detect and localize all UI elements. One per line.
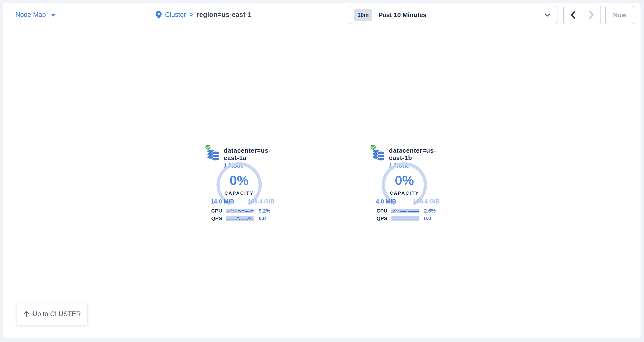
cpu-sparkline bbox=[392, 209, 419, 213]
next-interval-button[interactable] bbox=[582, 6, 600, 24]
view-mode-label: Node Map bbox=[16, 11, 46, 18]
locality-title: datacenter=us-east-1a bbox=[224, 147, 278, 161]
top-bar: Node Map Cluster > region=us-east-1 10m … bbox=[3, 3, 640, 26]
header-divider bbox=[339, 7, 339, 23]
breadcrumb: Cluster > region=us-east-1 bbox=[156, 3, 252, 26]
capacity-used: 4.0 MiB bbox=[376, 198, 396, 205]
now-button[interactable]: Now bbox=[605, 5, 634, 24]
chevron-left-icon bbox=[570, 11, 576, 19]
capacity-percent: 0% bbox=[380, 174, 429, 187]
node-map-canvas: datacenter=us-east-1a 1 Node 0% CAPACITY… bbox=[3, 26, 640, 338]
capacity-used: 14.0 MiB bbox=[210, 198, 234, 205]
qps-value: 0.0 bbox=[259, 216, 266, 221]
breadcrumb-current: region=us-east-1 bbox=[196, 11, 252, 18]
location-pin-icon bbox=[156, 11, 162, 18]
chevron-down-icon bbox=[545, 13, 550, 16]
capacity-label: CAPACITY bbox=[380, 191, 429, 196]
qps-metric-row: QPS 0.0 bbox=[204, 216, 278, 221]
chevron-right-icon bbox=[589, 11, 594, 19]
capacity-values: 4.0 MiB 169.4 GiB bbox=[376, 198, 440, 205]
time-window-select[interactable]: 10m Past 10 Minutes bbox=[350, 5, 558, 24]
locality-card-us-east-1b[interactable]: datacenter=us-east-1b 1 Node 0% CAPACITY… bbox=[370, 143, 443, 222]
cpu-metric-row: CPU 2.6% bbox=[370, 208, 443, 213]
healthy-check-icon bbox=[370, 144, 376, 150]
cpu-value: 9.2% bbox=[259, 208, 270, 213]
database-stack-icon bbox=[206, 149, 220, 161]
qps-sparkline bbox=[226, 216, 254, 221]
time-nav-group bbox=[563, 5, 601, 24]
qps-label: QPS bbox=[376, 216, 387, 221]
capacity-percent: 0% bbox=[215, 174, 264, 187]
previous-interval-button[interactable] bbox=[564, 6, 582, 24]
cpu-value: 2.6% bbox=[424, 208, 436, 213]
node-map-panel: Node Map Cluster > region=us-east-1 10m … bbox=[3, 3, 640, 338]
qps-sparkline bbox=[392, 216, 419, 221]
cpu-label: CPU bbox=[376, 208, 387, 213]
database-stack-icon bbox=[372, 149, 386, 161]
view-mode-dropdown[interactable]: Node Map bbox=[16, 3, 56, 26]
arrow-up-icon bbox=[23, 311, 30, 317]
capacity-total: 169.4 GiB bbox=[248, 198, 274, 205]
up-to-cluster-label: Up to CLUSTER bbox=[32, 310, 81, 318]
breadcrumb-separator: > bbox=[190, 11, 194, 18]
qps-label: QPS bbox=[211, 216, 222, 221]
cpu-label: CPU bbox=[211, 208, 222, 213]
capacity-total: 169.4 GiB bbox=[413, 198, 440, 205]
breadcrumb-cluster-link[interactable]: Cluster bbox=[165, 11, 186, 18]
locality-title: datacenter=us-east-1b bbox=[389, 147, 443, 161]
time-window-label: Past 10 Minutes bbox=[378, 11, 427, 19]
up-to-cluster-button[interactable]: Up to CLUSTER bbox=[17, 303, 88, 325]
capacity-values: 14.0 MiB 169.4 GiB bbox=[210, 198, 274, 205]
capacity-label: CAPACITY bbox=[215, 191, 264, 196]
time-window-badge: 10m bbox=[354, 9, 372, 21]
locality-card-us-east-1a[interactable]: datacenter=us-east-1a 1 Node 0% CAPACITY… bbox=[204, 143, 278, 222]
cpu-metric-row: CPU 9.2% bbox=[204, 208, 278, 213]
qps-value: 0.0 bbox=[424, 216, 431, 221]
cpu-sparkline bbox=[226, 209, 254, 213]
caret-down-icon bbox=[51, 14, 56, 16]
healthy-check-icon bbox=[205, 144, 211, 150]
qps-metric-row: QPS 0.0 bbox=[370, 216, 443, 221]
